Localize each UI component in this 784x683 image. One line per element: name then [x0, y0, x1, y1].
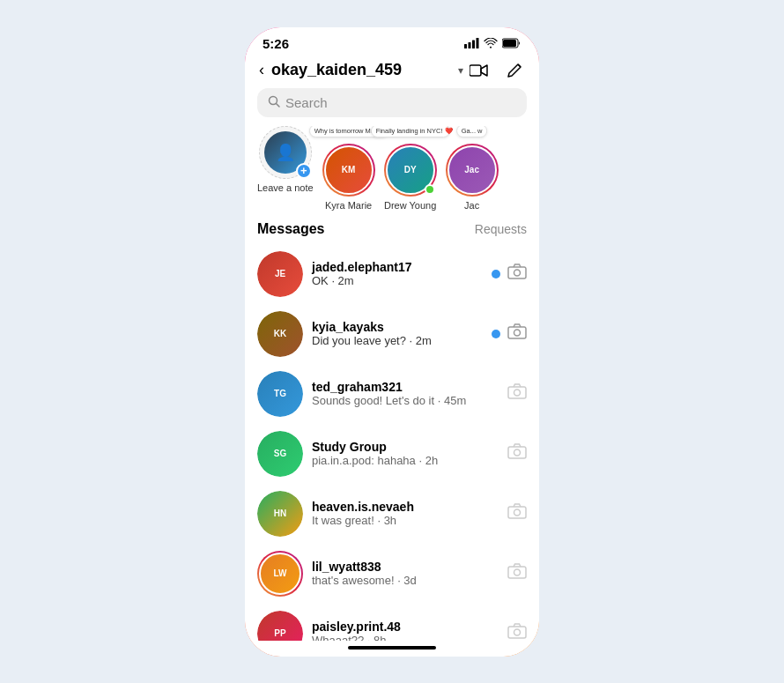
messages-section-title: Messages [257, 221, 325, 237]
header-action-icons [469, 60, 525, 81]
msg-content-study-group: Study Group pia.in.a.pod: hahaha · 2h [312, 440, 499, 467]
svg-rect-21 [508, 627, 526, 638]
section-header-messages: Messages Requests [245, 221, 539, 244]
stories-row: 👤 + Leave a note Why is tomorrow Monday!… [245, 126, 539, 221]
add-plus-icon: + [296, 163, 312, 179]
svg-point-20 [514, 569, 521, 575]
search-placeholder: Search [285, 95, 328, 110]
camera-icon[interactable] [507, 563, 527, 583]
svg-rect-11 [508, 327, 526, 338]
story-label-kyra-marie: Kyra Marie [325, 200, 372, 211]
svg-point-14 [514, 390, 521, 396]
chevron-icon[interactable]: ▾ [458, 64, 463, 77]
msg-right-actions [492, 323, 527, 344]
msg-preview: Did you leave yet? · 2m [312, 334, 483, 347]
svg-point-10 [514, 270, 521, 276]
back-button[interactable]: ‹ [259, 61, 264, 79]
msg-preview: OK · 2m [312, 274, 483, 287]
msg-right-actions [507, 503, 527, 523]
msg-content-kyia: kyia_kayaks Did you leave yet? · 2m [312, 320, 483, 347]
svg-rect-0 [464, 44, 467, 48]
battery-icon [502, 38, 521, 48]
svg-point-12 [514, 330, 521, 336]
story-note-drew: Finally landing in NYC! ❤️ [371, 126, 450, 137]
story-label-add-note: Leave a note [257, 182, 314, 193]
msg-username: heaven.is.nevaeh [312, 500, 499, 514]
message-item-kyia-kayaks[interactable]: KK kyia_kayaks Did you leave yet? · 2m [245, 304, 539, 364]
messages-list: JE jaded.elephant17 OK · 2m [245, 244, 539, 641]
camera-icon[interactable] [507, 503, 527, 523]
camera-icon[interactable] [507, 264, 527, 284]
header: ‹ okay_kaiden_459 ▾ [245, 55, 539, 88]
msg-right-actions [507, 623, 527, 641]
story-label-drew-young: Drew Young [384, 200, 436, 211]
status-icons [464, 38, 521, 48]
msg-content-lil-wyatt: lil_wyatt838 that's awesome! · 3d [312, 560, 499, 587]
svg-rect-3 [477, 38, 479, 48]
message-item-jaded-elephant17[interactable]: JE jaded.elephant17 OK · 2m [245, 244, 539, 304]
svg-rect-13 [508, 387, 526, 398]
story-item-kyra-marie[interactable]: Why is tomorrow Monday!? 😑 KM Kyra Marie [322, 126, 375, 211]
msg-content-jaded: jaded.elephant17 OK · 2m [312, 260, 483, 287]
message-item-paisley-print48[interactable]: PP paisley.print.48 Whaaat?? · 8h [245, 604, 539, 641]
msg-username: jaded.elephant17 [312, 260, 483, 274]
msg-preview: Sounds good! Let's do it · 45m [312, 394, 499, 407]
msg-content-ted: ted_graham321 Sounds good! Let's do it ·… [312, 380, 499, 407]
unread-dot [492, 270, 500, 278]
story-label-jac: Jac [464, 200, 479, 211]
msg-username: kyia_kayaks [312, 320, 483, 334]
signal-icon [464, 38, 479, 48]
msg-preview: Whaaat?? · 8h [312, 634, 499, 641]
video-icon[interactable] [469, 60, 490, 81]
online-dot [425, 184, 435, 195]
msg-right-actions [492, 264, 527, 284]
camera-icon[interactable] [507, 383, 527, 404]
phone-screen: 5:26 [245, 27, 539, 657]
username-title: okay_kaiden_459 [271, 61, 451, 79]
message-item-ted-graham321[interactable]: TG ted_graham321 Sounds good! Let's do i… [245, 364, 539, 424]
status-bar: 5:26 [245, 27, 539, 55]
svg-rect-19 [508, 567, 526, 578]
compose-icon[interactable] [504, 60, 525, 81]
story-item-jac[interactable]: Ga... w Jac Jac [446, 126, 499, 211]
message-item-study-group[interactable]: SG Study Group pia.in.a.pod: hahaha · 2h [245, 424, 539, 484]
message-item-heaven-nevaeh[interactable]: HN heaven.is.nevaeh It was great! · 3h [245, 484, 539, 544]
msg-preview: It was great! · 3h [312, 514, 499, 527]
msg-username: Study Group [312, 440, 499, 454]
status-time: 5:26 [263, 36, 289, 51]
svg-rect-9 [508, 267, 526, 278]
home-indicator [348, 646, 436, 650]
msg-right-actions [507, 563, 527, 583]
svg-rect-2 [472, 41, 475, 49]
search-bar[interactable]: Search [257, 88, 527, 117]
msg-preview: pia.in.a.pod: hahaha · 2h [312, 454, 499, 467]
phone-frame: 5:26 [242, 25, 542, 659]
svg-rect-5 [503, 40, 516, 47]
svg-line-8 [277, 103, 280, 107]
msg-content-heaven: heaven.is.nevaeh It was great! · 3h [312, 500, 499, 527]
story-item-add-note[interactable]: 👤 + Leave a note [257, 126, 314, 211]
story-note-jac: Ga... w [456, 126, 488, 137]
svg-rect-17 [508, 507, 526, 518]
svg-rect-6 [470, 65, 481, 76]
svg-point-18 [514, 509, 521, 516]
msg-username: ted_graham321 [312, 380, 499, 394]
msg-username: paisley.print.48 [312, 620, 499, 634]
message-item-lil-wyatt838[interactable]: LW lil_wyatt838 that's awesome! · 3d [245, 544, 539, 604]
svg-rect-1 [469, 42, 471, 48]
unread-dot [492, 330, 500, 338]
msg-preview: that's awesome! · 3d [312, 574, 499, 587]
msg-right-actions [507, 443, 527, 464]
svg-point-16 [514, 449, 521, 456]
camera-icon[interactable] [507, 323, 527, 344]
search-icon [268, 95, 280, 110]
camera-icon[interactable] [507, 623, 527, 641]
requests-link[interactable]: Requests [475, 222, 527, 236]
msg-username: lil_wyatt838 [312, 560, 499, 574]
svg-point-22 [514, 629, 521, 635]
story-item-drew-young[interactable]: Finally landing in NYC! ❤️ DY Drew Young [384, 126, 437, 211]
msg-right-actions [507, 383, 527, 404]
svg-rect-15 [508, 447, 526, 458]
wifi-icon [484, 38, 498, 48]
camera-icon[interactable] [507, 443, 527, 464]
